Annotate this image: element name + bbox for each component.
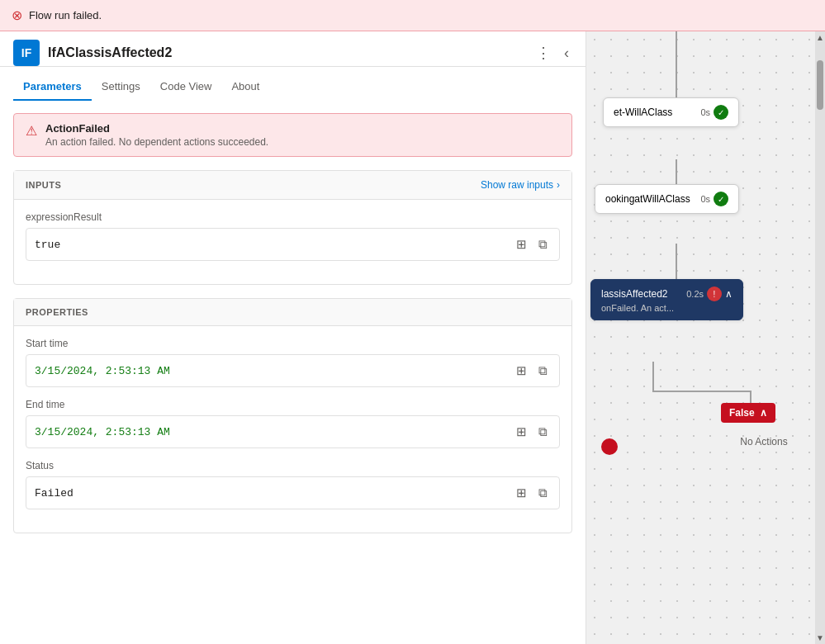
- node2-time: 0s: [700, 194, 710, 204]
- field-action-icons: ⊞ ⧉: [513, 235, 551, 253]
- node1-time: 0s: [700, 107, 710, 117]
- expression-result-label: expressionResult: [26, 211, 560, 223]
- copy-end-button[interactable]: ⧉: [535, 423, 551, 441]
- chevron-right-icon: ›: [557, 179, 560, 191]
- expression-result-field: true ⊞ ⧉: [26, 228, 560, 261]
- end-time-label: End time: [26, 399, 560, 410]
- panel-title: IfAClassisAffected2: [48, 45, 172, 60]
- node3-badge: 0.2s ! ∧: [686, 286, 733, 301]
- alert-content: ActionFailed An action failed. No depend…: [45, 122, 268, 148]
- main-area: IF IfAClassisAffected2 ⋮ ‹ Parameters Se…: [0, 31, 825, 644]
- grid-view-button[interactable]: ⊞: [513, 235, 530, 253]
- start-time-field: 3/15/2024, 2:53:13 AM ⊞ ⧉: [26, 354, 560, 387]
- node3-label: lassisAffected2: [601, 288, 668, 300]
- panel-icon: IF: [13, 40, 40, 66]
- start-time-value: 3/15/2024, 2:53:13 AM: [35, 365, 170, 377]
- no-actions-text: No Actions: [714, 436, 813, 447]
- properties-section-body: Start time 3/15/2024, 2:53:13 AM ⊞ ⧉ End…: [14, 326, 571, 533]
- scroll-thumb[interactable]: [817, 60, 823, 110]
- canvas-background: et-WillAClass 0s ✓ ookingatWillAClass 0s…: [586, 31, 825, 644]
- node3-collapse-button[interactable]: ∧: [725, 288, 733, 300]
- inputs-section-header: INPUTS Show raw inputs ›: [14, 171, 571, 200]
- end-time-value: 3/15/2024, 2:53:13 AM: [35, 426, 170, 438]
- node3-header: lassisAffected2 0.2s ! ∧: [601, 286, 733, 301]
- expression-result-value: true: [35, 239, 60, 251]
- left-panel: IF IfAClassisAffected2 ⋮ ‹ Parameters Se…: [0, 31, 586, 644]
- flow-node-3[interactable]: lassisAffected2 0.2s ! ∧ onFailed. An ac…: [590, 279, 743, 320]
- node2-badge: 0s ✓: [700, 192, 728, 206]
- canvas-panel: et-WillAClass 0s ✓ ookingatWillAClass 0s…: [586, 31, 825, 644]
- app-root: ⊗ Flow run failed. IF IfAClassisAffected…: [0, 0, 825, 644]
- action-failed-alert: ⚠ ActionFailed An action failed. No depe…: [13, 113, 572, 157]
- error-banner: ⊗ Flow run failed.: [0, 0, 825, 31]
- connector-2-3: [676, 244, 677, 283]
- scroll-down-arrow[interactable]: ▼: [815, 632, 825, 644]
- panel-content: ⚠ ActionFailed An action failed. No depe…: [0, 100, 586, 644]
- error-banner-text: Flow run failed.: [29, 9, 102, 21]
- panel-header-actions: ⋮ ‹: [533, 40, 572, 65]
- node1-label: et-WillAClass: [614, 107, 672, 118]
- false-label: False: [729, 407, 755, 419]
- tab-about[interactable]: About: [221, 73, 269, 101]
- inputs-section: INPUTS Show raw inputs › expressionResul…: [13, 170, 572, 285]
- node2-label: ookingatWillAClass: [605, 193, 690, 205]
- alert-title: ActionFailed: [45, 122, 268, 135]
- status-field: Failed ⊞ ⧉: [26, 476, 560, 509]
- end-time-icons: ⊞ ⧉: [513, 423, 551, 441]
- tab-code-view[interactable]: Code View: [150, 73, 222, 101]
- error-indicator-circle: [601, 438, 618, 455]
- start-time-icons: ⊞ ⧉: [513, 362, 551, 380]
- panel-title-row: IF IfAClassisAffected2: [13, 40, 172, 66]
- tab-settings[interactable]: Settings: [92, 73, 150, 101]
- properties-section-header: PROPERTIES: [14, 299, 571, 326]
- error-circle-icon: ⊗: [12, 7, 22, 23]
- scroll-up-arrow[interactable]: ▲: [815, 31, 825, 44]
- copy-start-button[interactable]: ⧉: [535, 362, 551, 380]
- node1-badge: 0s ✓: [700, 105, 728, 120]
- more-options-button[interactable]: ⋮: [533, 40, 554, 65]
- flow-node-2[interactable]: ookingatWillAClass 0s ✓: [595, 184, 739, 214]
- connector-h-false: [652, 391, 752, 392]
- node3-time: 0.2s: [686, 289, 704, 299]
- node3-error-icon: !: [707, 286, 722, 301]
- connector-top-1: [676, 31, 677, 97]
- copy-button-expression[interactable]: ⧉: [535, 235, 551, 253]
- alert-description: An action failed. No dependent actions s…: [45, 136, 268, 148]
- tab-parameters[interactable]: Parameters: [13, 73, 92, 101]
- false-chevron-icon: ∧: [760, 407, 767, 419]
- grid-view-status-button[interactable]: ⊞: [513, 484, 530, 502]
- status-label: Status: [26, 460, 560, 471]
- grid-view-start-button[interactable]: ⊞: [513, 362, 530, 380]
- tabs-bar: Parameters Settings Code View About: [0, 73, 586, 100]
- status-icons: ⊞ ⧉: [513, 484, 551, 502]
- node1-success-icon: ✓: [714, 105, 728, 120]
- copy-status-button[interactable]: ⧉: [535, 484, 551, 502]
- collapse-button[interactable]: ‹: [561, 41, 572, 65]
- properties-section: PROPERTIES Start time 3/15/2024, 2:53:13…: [13, 298, 572, 533]
- false-branch-button[interactable]: False ∧: [721, 403, 775, 423]
- node3-sublabel: onFailed. An act...: [601, 303, 674, 313]
- warning-icon: ⚠: [26, 123, 37, 139]
- connector-3-false: [652, 362, 654, 391]
- end-time-field: 3/15/2024, 2:53:13 AM ⊞ ⧉: [26, 415, 560, 448]
- show-raw-inputs-link[interactable]: Show raw inputs ›: [481, 179, 560, 191]
- inputs-section-body: expressionResult true ⊞ ⧉: [14, 200, 571, 284]
- panel-header: IF IfAClassisAffected2 ⋮ ‹: [0, 31, 586, 67]
- canvas-scrollbar[interactable]: ▲ ▼: [815, 31, 825, 644]
- grid-view-end-button[interactable]: ⊞: [513, 423, 530, 441]
- node2-success-icon: ✓: [714, 192, 728, 206]
- flow-node-1[interactable]: et-WillAClass 0s ✓: [603, 97, 739, 127]
- start-time-label: Start time: [26, 338, 560, 349]
- status-value: Failed: [35, 487, 73, 500]
